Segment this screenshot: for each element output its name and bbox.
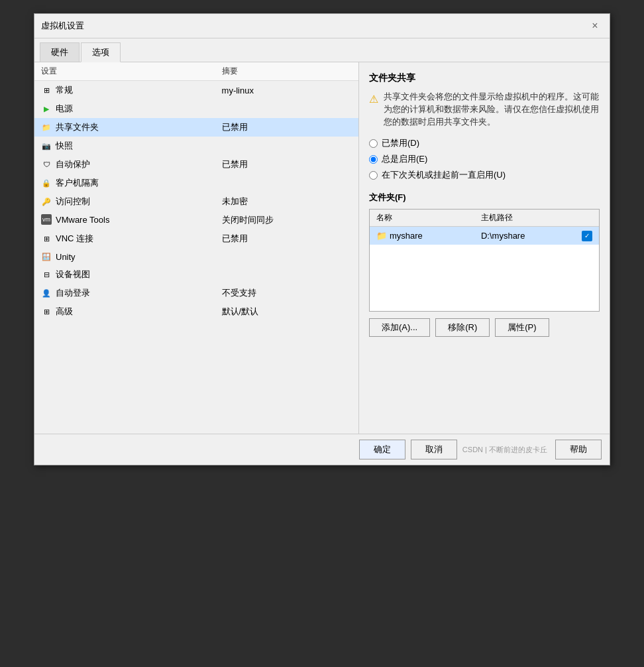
setting-row-summary: 关闭时间同步 <box>215 211 358 229</box>
help-button[interactable]: 帮助 <box>555 440 602 459</box>
radio-always-label: 总是启用(E) <box>382 153 427 165</box>
setting-row-name: 高级 <box>56 306 73 318</box>
folder-empty-area <box>370 245 599 311</box>
setting-row-summary: 未加密 <box>215 192 358 211</box>
setting-row-summary: 已禁用 <box>215 118 358 137</box>
col-summary-header: 摘要 <box>215 62 358 81</box>
cancel-button[interactable]: 取消 <box>411 440 457 459</box>
setting-row-name: 设备视图 <box>56 269 90 280</box>
right-panel: 文件夹共享 ⚠ 共享文件夹会将您的文件显示给虚拟机中的程序。这可能为您的计算机和… <box>359 62 610 434</box>
settings-row[interactable]: 📷快照 <box>34 137 358 155</box>
folder-col-checkbox <box>575 210 599 227</box>
settings-row[interactable]: 🔒客户机隔离 <box>34 174 358 192</box>
warning-text: 共享文件夹会将您的文件显示给虚拟机中的程序。这可能为您的计算机和数据带来风险。请… <box>384 91 600 128</box>
add-button[interactable]: 添加(A)... <box>369 318 430 337</box>
radio-until-shutdown-label: 在下次关机或挂起前一直启用(U) <box>382 169 506 181</box>
main-content: 设置 摘要 ⊞常规my-linux▶电源📁共享文件夹已禁用📷快照🛡自动保护已禁用… <box>34 62 610 434</box>
setting-row-icon: 🔑 <box>41 196 52 207</box>
folder-table-container: 名称 主机路径 📁myshareD:\myshare✓ <box>369 209 600 312</box>
setting-row-icon: ▶ <box>41 103 52 114</box>
checkbox-checked-icon: ✓ <box>582 231 592 241</box>
section-title: 文件夹共享 <box>369 72 600 84</box>
setting-row-summary: 已禁用 <box>215 229 358 248</box>
setting-row-name: Unity <box>56 252 76 262</box>
dialog-title: 虚拟机设置 <box>41 20 84 32</box>
radio-always[interactable]: 总是启用(E) <box>369 153 600 165</box>
settings-row[interactable]: ▶电源 <box>34 99 358 118</box>
settings-row[interactable]: 🛡自动保护已禁用 <box>34 155 358 174</box>
setting-row-summary: 默认/默认 <box>215 302 358 321</box>
setting-row-summary: 不受支持 <box>215 284 358 302</box>
settings-row[interactable]: 👤自动登录不受支持 <box>34 284 358 302</box>
radio-disabled-input[interactable] <box>369 139 378 148</box>
action-buttons: 添加(A)... 移除(R) 属性(P) <box>369 318 600 337</box>
setting-row-icon: ⊞ <box>41 233 52 244</box>
folder-row-name: 📁myshare <box>370 227 474 245</box>
setting-row-icon: ⊞ <box>41 306 52 317</box>
setting-row-icon: 📁 <box>41 122 52 133</box>
setting-row-summary <box>215 265 358 284</box>
radio-until-shutdown[interactable]: 在下次关机或挂起前一直启用(U) <box>369 169 600 181</box>
setting-row-icon: ⊟ <box>41 269 52 280</box>
col-settings-header: 设置 <box>34 62 215 81</box>
radio-disabled[interactable]: 已禁用(D) <box>369 137 600 149</box>
title-bar: 虚拟机设置 × <box>34 14 610 38</box>
setting-row-icon: ⊞ <box>41 85 52 95</box>
close-button[interactable]: × <box>587 18 603 34</box>
settings-row[interactable]: vmVMware Tools关闭时间同步 <box>34 211 358 229</box>
radio-always-input[interactable] <box>369 155 378 164</box>
radio-disabled-label: 已禁用(D) <box>382 137 419 149</box>
setting-row-name: 自动保护 <box>56 158 90 170</box>
setting-row-name: 快照 <box>56 140 73 152</box>
tab-hardware[interactable]: 硬件 <box>40 42 80 62</box>
settings-row[interactable]: ⊞常规my-linux <box>34 81 358 100</box>
warning-icon: ⚠ <box>369 91 378 128</box>
bottom-bar: 确定 取消 CSDN | 不断前进的皮卡丘 帮助 <box>34 434 610 465</box>
setting-row-summary: my-linux <box>215 81 358 100</box>
folder-section-title: 文件夹(F) <box>369 192 600 204</box>
settings-row[interactable]: 🪟Unity <box>34 248 358 265</box>
settings-row[interactable]: 🔑访问控制未加密 <box>34 192 358 211</box>
setting-row-icon: 🛡 <box>41 159 52 170</box>
folder-row[interactable]: 📁myshareD:\myshare✓ <box>370 227 599 245</box>
folder-col-name: 名称 <box>370 210 474 227</box>
setting-row-summary: 已禁用 <box>215 155 358 174</box>
tab-options[interactable]: 选项 <box>81 42 121 62</box>
watermark: CSDN | 不断前进的皮卡丘 <box>462 445 547 455</box>
setting-row-name: 常规 <box>56 84 73 96</box>
setting-row-summary <box>215 137 358 155</box>
setting-row-name: VNC 连接 <box>56 233 93 245</box>
warning-box: ⚠ 共享文件夹会将您的文件显示给虚拟机中的程序。这可能为您的计算机和数据带来风险… <box>369 91 600 128</box>
tab-bar: 硬件 选项 <box>34 38 610 62</box>
folder-icon: 📁 <box>376 231 387 241</box>
setting-row-summary <box>215 174 358 192</box>
settings-row[interactable]: 📁共享文件夹已禁用 <box>34 118 358 137</box>
settings-list-panel: 设置 摘要 ⊞常规my-linux▶电源📁共享文件夹已禁用📷快照🛡自动保护已禁用… <box>34 62 359 434</box>
setting-row-icon: 🔒 <box>41 178 52 188</box>
radio-group: 已禁用(D) 总是启用(E) 在下次关机或挂起前一直启用(U) <box>369 137 600 181</box>
setting-row-name: 客户机隔离 <box>56 177 99 189</box>
settings-row[interactable]: ⊞VNC 连接已禁用 <box>34 229 358 248</box>
setting-row-icon: vm <box>41 214 52 225</box>
remove-button[interactable]: 移除(R) <box>435 318 490 337</box>
setting-row-name: VMware Tools <box>56 215 109 225</box>
ok-button[interactable]: 确定 <box>359 440 405 459</box>
properties-button[interactable]: 属性(P) <box>495 318 549 337</box>
folder-col-host-path: 主机路径 <box>474 210 575 227</box>
settings-row[interactable]: ⊟设备视图 <box>34 265 358 284</box>
settings-table: 设置 摘要 ⊞常规my-linux▶电源📁共享文件夹已禁用📷快照🛡自动保护已禁用… <box>34 62 358 321</box>
setting-row-icon: 📷 <box>41 141 52 151</box>
setting-row-name: 自动登录 <box>56 287 90 299</box>
setting-row-summary <box>215 248 358 265</box>
setting-row-name: 共享文件夹 <box>56 121 99 133</box>
setting-row-name: 电源 <box>56 103 73 115</box>
radio-until-shutdown-input[interactable] <box>369 171 378 180</box>
setting-row-summary <box>215 99 358 118</box>
setting-row-icon: 🪟 <box>41 251 52 262</box>
settings-row[interactable]: ⊞高级默认/默认 <box>34 302 358 321</box>
folder-row-checkbox[interactable]: ✓ <box>575 227 599 245</box>
dialog-window: 虚拟机设置 × 硬件 选项 设置 摘要 ⊞常规my-linux▶电源📁共享文件夹… <box>34 13 610 465</box>
folder-row-path: D:\myshare <box>474 227 575 245</box>
setting-row-name: 访问控制 <box>56 196 90 208</box>
setting-row-icon: 👤 <box>41 288 52 298</box>
